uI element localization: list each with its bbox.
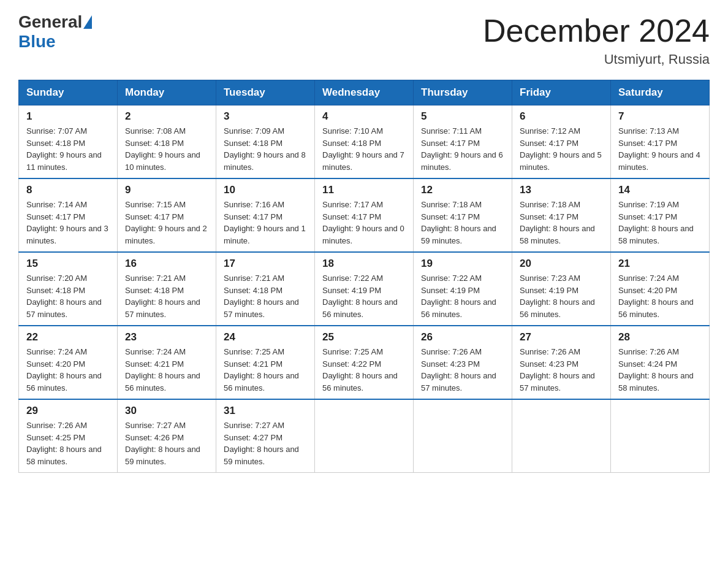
day-number: 1 [26,110,110,123]
calendar-cell: 3Sunrise: 7:09 AMSunset: 4:18 PMDaylight… [216,105,315,179]
calendar-cell: 24Sunrise: 7:25 AMSunset: 4:21 PMDayligh… [216,326,315,399]
day-info: Sunrise: 7:26 AMSunset: 4:24 PMDaylight:… [618,346,702,394]
day-info: Sunrise: 7:24 AMSunset: 4:20 PMDaylight:… [26,346,110,394]
day-info: Sunrise: 7:27 AMSunset: 4:26 PMDaylight:… [125,419,208,467]
day-info: Sunrise: 7:08 AMSunset: 4:18 PMDaylight:… [125,125,208,173]
calendar-week-row: 8Sunrise: 7:14 AMSunset: 4:17 PMDaylight… [19,178,710,252]
calendar-cell: 19Sunrise: 7:22 AMSunset: 4:19 PMDayligh… [414,252,512,326]
day-number: 11 [322,184,406,196]
calendar-week-row: 15Sunrise: 7:20 AMSunset: 4:18 PMDayligh… [19,252,710,326]
calendar-cell: 8Sunrise: 7:14 AMSunset: 4:17 PMDaylight… [19,178,118,252]
calendar-cell: 26Sunrise: 7:26 AMSunset: 4:23 PMDayligh… [414,326,512,399]
day-info: Sunrise: 7:15 AMSunset: 4:17 PMDaylight:… [125,199,208,247]
day-info: Sunrise: 7:13 AMSunset: 4:17 PMDaylight:… [618,125,702,173]
day-number: 7 [618,110,702,123]
day-number: 31 [224,405,307,417]
calendar-week-row: 1Sunrise: 7:07 AMSunset: 4:18 PMDaylight… [19,105,710,179]
day-info: Sunrise: 7:19 AMSunset: 4:17 PMDaylight:… [618,199,702,247]
day-info: Sunrise: 7:09 AMSunset: 4:18 PMDaylight:… [224,125,307,173]
day-number: 28 [618,331,702,343]
day-number: 17 [224,258,307,270]
calendar-cell: 21Sunrise: 7:24 AMSunset: 4:20 PMDayligh… [611,252,710,326]
calendar-cell: 7Sunrise: 7:13 AMSunset: 4:17 PMDaylight… [611,105,710,179]
day-number: 18 [322,258,406,270]
calendar-cell: 16Sunrise: 7:21 AMSunset: 4:18 PMDayligh… [118,252,216,326]
calendar-cell [611,399,710,473]
day-info: Sunrise: 7:14 AMSunset: 4:17 PMDaylight:… [26,199,110,247]
calendar-cell: 30Sunrise: 7:27 AMSunset: 4:26 PMDayligh… [118,399,216,473]
day-info: Sunrise: 7:26 AMSunset: 4:25 PMDaylight:… [26,419,110,467]
calendar-cell: 22Sunrise: 7:24 AMSunset: 4:20 PMDayligh… [19,326,118,399]
col-header-monday: Monday [118,80,216,105]
calendar-cell: 17Sunrise: 7:21 AMSunset: 4:18 PMDayligh… [216,252,315,326]
day-info: Sunrise: 7:18 AMSunset: 4:17 PMDaylight:… [520,199,603,247]
day-info: Sunrise: 7:26 AMSunset: 4:23 PMDaylight:… [421,346,504,394]
calendar-cell: 11Sunrise: 7:17 AMSunset: 4:17 PMDayligh… [315,178,414,252]
calendar-week-row: 22Sunrise: 7:24 AMSunset: 4:20 PMDayligh… [19,326,710,399]
calendar-cell: 28Sunrise: 7:26 AMSunset: 4:24 PMDayligh… [611,326,710,399]
logo-triangle-icon [83,15,92,29]
calendar-cell: 14Sunrise: 7:19 AMSunset: 4:17 PMDayligh… [611,178,710,252]
day-info: Sunrise: 7:11 AMSunset: 4:17 PMDaylight:… [421,125,504,173]
col-header-thursday: Thursday [414,80,512,105]
calendar-cell: 23Sunrise: 7:24 AMSunset: 4:21 PMDayligh… [118,326,216,399]
calendar-cell: 18Sunrise: 7:22 AMSunset: 4:19 PMDayligh… [315,252,414,326]
col-header-sunday: Sunday [19,80,118,105]
day-info: Sunrise: 7:24 AMSunset: 4:21 PMDaylight:… [125,346,208,394]
calendar-cell: 20Sunrise: 7:23 AMSunset: 4:19 PMDayligh… [512,252,611,326]
day-info: Sunrise: 7:07 AMSunset: 4:18 PMDaylight:… [26,125,110,173]
title-block: December 2024 Utsmiyurt, Russia [483,12,710,67]
day-number: 12 [421,184,504,196]
day-info: Sunrise: 7:10 AMSunset: 4:18 PMDaylight:… [322,125,406,173]
calendar-table: SundayMondayTuesdayWednesdayThursdayFrid… [18,80,710,473]
col-header-saturday: Saturday [611,80,710,105]
day-number: 23 [125,331,208,343]
day-info: Sunrise: 7:12 AMSunset: 4:17 PMDaylight:… [520,125,603,173]
day-number: 3 [224,110,307,123]
calendar-cell [512,399,611,473]
day-number: 30 [125,405,208,417]
logo-blue-text: Blue [18,32,56,51]
logo-general-text: General [18,12,82,32]
day-info: Sunrise: 7:24 AMSunset: 4:20 PMDaylight:… [618,272,702,320]
day-info: Sunrise: 7:26 AMSunset: 4:23 PMDaylight:… [520,346,603,394]
day-number: 29 [26,405,110,417]
calendar-cell: 13Sunrise: 7:18 AMSunset: 4:17 PMDayligh… [512,178,611,252]
calendar-cell [414,399,512,473]
day-info: Sunrise: 7:22 AMSunset: 4:19 PMDaylight:… [322,272,406,320]
calendar-cell: 4Sunrise: 7:10 AMSunset: 4:18 PMDaylight… [315,105,414,179]
day-number: 10 [224,184,307,196]
day-number: 13 [520,184,603,196]
day-number: 14 [618,184,702,196]
day-number: 15 [26,258,110,270]
calendar-week-row: 29Sunrise: 7:26 AMSunset: 4:25 PMDayligh… [19,399,710,473]
day-number: 22 [26,331,110,343]
day-number: 19 [421,258,504,270]
calendar-cell: 9Sunrise: 7:15 AMSunset: 4:17 PMDaylight… [118,178,216,252]
day-number: 25 [322,331,406,343]
calendar-cell: 25Sunrise: 7:25 AMSunset: 4:22 PMDayligh… [315,326,414,399]
day-number: 6 [520,110,603,123]
day-info: Sunrise: 7:23 AMSunset: 4:19 PMDaylight:… [520,272,603,320]
day-info: Sunrise: 7:17 AMSunset: 4:17 PMDaylight:… [322,199,406,247]
day-info: Sunrise: 7:22 AMSunset: 4:19 PMDaylight:… [421,272,504,320]
calendar-cell: 29Sunrise: 7:26 AMSunset: 4:25 PMDayligh… [19,399,118,473]
calendar-cell: 2Sunrise: 7:08 AMSunset: 4:18 PMDaylight… [118,105,216,179]
day-info: Sunrise: 7:25 AMSunset: 4:22 PMDaylight:… [322,346,406,394]
calendar-cell: 12Sunrise: 7:18 AMSunset: 4:17 PMDayligh… [414,178,512,252]
page-header: General Blue December 2024 Utsmiyurt, Ru… [18,12,710,67]
day-info: Sunrise: 7:21 AMSunset: 4:18 PMDaylight:… [224,272,307,320]
day-number: 16 [125,258,208,270]
calendar-cell: 10Sunrise: 7:16 AMSunset: 4:17 PMDayligh… [216,178,315,252]
col-header-wednesday: Wednesday [315,80,414,105]
day-number: 21 [618,258,702,270]
calendar-cell [315,399,414,473]
day-number: 9 [125,184,208,196]
logo: General Blue [18,12,93,52]
day-number: 24 [224,331,307,343]
calendar-cell: 15Sunrise: 7:20 AMSunset: 4:18 PMDayligh… [19,252,118,326]
day-info: Sunrise: 7:20 AMSunset: 4:18 PMDaylight:… [26,272,110,320]
col-header-friday: Friday [512,80,611,105]
day-info: Sunrise: 7:27 AMSunset: 4:27 PMDaylight:… [224,419,307,467]
calendar-cell: 5Sunrise: 7:11 AMSunset: 4:17 PMDaylight… [414,105,512,179]
